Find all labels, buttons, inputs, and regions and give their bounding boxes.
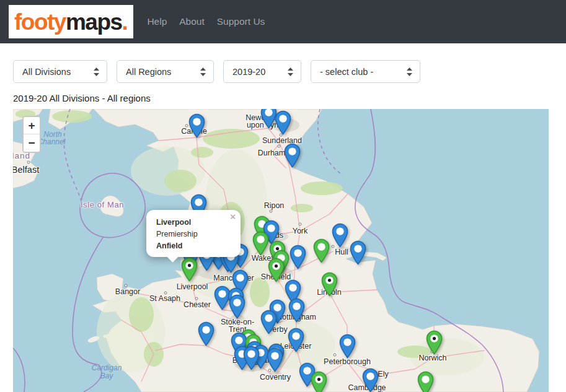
town-dot bbox=[27, 161, 30, 164]
map-marker-blue[interactable] bbox=[339, 334, 356, 359]
town-dot bbox=[195, 297, 198, 300]
map-canvas[interactable]: CarlisleNewcastleupon TyneSunderlandDurh… bbox=[13, 109, 549, 392]
site-logo-text: footymaps. bbox=[14, 11, 127, 33]
popup-close-icon[interactable]: × bbox=[230, 212, 236, 221]
region-select-value: All Regions bbox=[126, 67, 171, 77]
division-select[interactable]: All Divisions bbox=[13, 60, 107, 83]
map-marker-blue[interactable] bbox=[288, 328, 304, 352]
top-navbar: footymaps. Help About Support Us bbox=[0, 0, 566, 43]
town-dot bbox=[299, 223, 302, 226]
page-title: 2019-20 All Divisions - All regions bbox=[13, 93, 566, 104]
town-dot bbox=[164, 292, 167, 295]
site-logo[interactable]: footymaps. bbox=[9, 5, 133, 38]
map-zoom-control: + − bbox=[22, 116, 41, 153]
region-select[interactable]: All Regions bbox=[117, 60, 214, 83]
map-marker-green[interactable] bbox=[311, 371, 327, 392]
select-updown-icon bbox=[94, 68, 99, 76]
club-select[interactable]: - select club - bbox=[311, 60, 420, 83]
town-dot bbox=[270, 210, 273, 213]
map-marker-blue[interactable] bbox=[243, 346, 260, 370]
main-nav: Help About Support Us bbox=[141, 11, 271, 32]
popup-stadium: Anfield bbox=[156, 242, 182, 250]
map-marker-blue[interactable] bbox=[284, 143, 301, 168]
town-dot bbox=[278, 145, 281, 148]
map-marker-blue[interactable] bbox=[288, 298, 305, 323]
select-updown-icon bbox=[407, 68, 412, 76]
zoom-in-button[interactable]: + bbox=[24, 117, 40, 134]
town-dot bbox=[334, 354, 337, 357]
map-marker-green[interactable] bbox=[313, 238, 330, 263]
map-marker-blue[interactable] bbox=[350, 240, 366, 265]
season-select[interactable]: 2019-20 bbox=[223, 60, 301, 83]
nav-about[interactable]: About bbox=[173, 11, 211, 32]
town-dot bbox=[125, 284, 128, 287]
nav-support-us[interactable]: Support Us bbox=[211, 11, 272, 32]
map-marker-green[interactable] bbox=[181, 257, 198, 282]
popup-club: Liverpool bbox=[156, 218, 191, 227]
season-select-value: 2019-20 bbox=[232, 67, 265, 77]
popup-division: Premiership bbox=[156, 230, 198, 238]
select-updown-icon bbox=[288, 68, 293, 76]
map-popup: × Liverpool Premiership Anfield bbox=[146, 210, 241, 257]
map-marker-blue[interactable] bbox=[260, 310, 277, 334]
filter-bar: All Divisions All Regions 2019-20 - sele… bbox=[13, 60, 566, 83]
zoom-out-button[interactable]: − bbox=[24, 134, 40, 152]
map-marker-blue[interactable] bbox=[229, 294, 245, 319]
town-dot bbox=[380, 390, 383, 392]
club-select-value: - select club - bbox=[320, 67, 373, 77]
map-marker-green[interactable] bbox=[417, 371, 434, 392]
map-marker-green[interactable] bbox=[268, 258, 285, 282]
map-marker-blue[interactable] bbox=[362, 368, 379, 392]
map-marker-blue[interactable] bbox=[275, 110, 291, 135]
map-marker-blue[interactable] bbox=[267, 347, 283, 372]
map-marker-green[interactable] bbox=[252, 231, 269, 256]
division-select-value: All Divisions bbox=[22, 67, 71, 77]
select-updown-icon bbox=[200, 68, 206, 76]
map-marker-blue[interactable] bbox=[198, 321, 214, 346]
map-marker-blue[interactable] bbox=[188, 113, 205, 138]
map-marker-green[interactable] bbox=[321, 272, 338, 297]
nav-help[interactable]: Help bbox=[141, 11, 173, 32]
map-marker-blue[interactable] bbox=[290, 245, 306, 269]
map-marker-green[interactable] bbox=[426, 330, 443, 355]
map-marker-blue[interactable] bbox=[332, 223, 348, 248]
